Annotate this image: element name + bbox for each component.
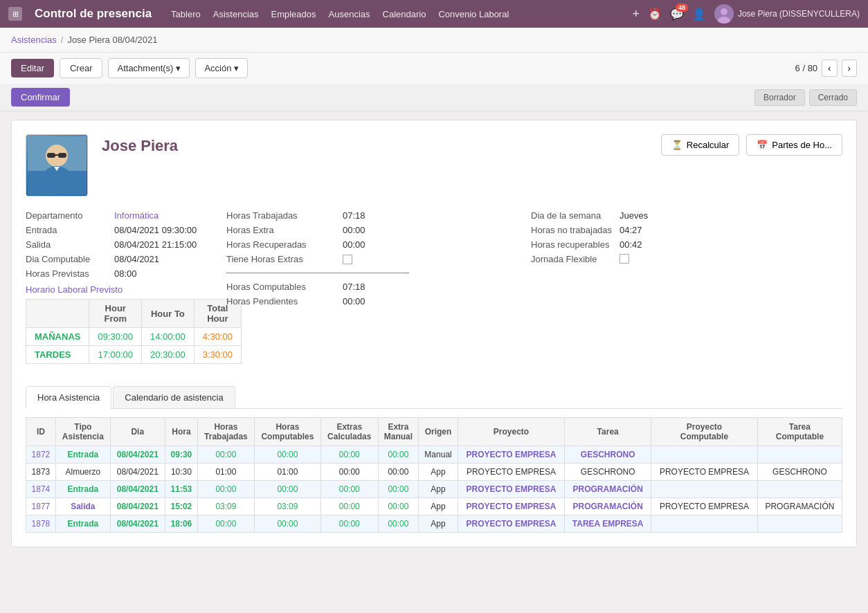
- salida-label: Salida: [26, 239, 109, 250]
- hourglass-icon: ⏳: [671, 140, 682, 150]
- td-tipo: Almuerzo: [55, 464, 110, 481]
- profile-actions: ⏳ Recalcular 📅 Partes de Ho...: [661, 134, 842, 156]
- td-id[interactable]: 1877: [26, 498, 56, 515]
- confirm-bar: Confirmar Borrador Cerrado: [0, 84, 868, 111]
- profile-photo: [26, 134, 88, 196]
- td-proyecto: PROYECTO EMPRESA: [458, 515, 564, 533]
- td-id: 1873: [26, 464, 56, 481]
- td-id[interactable]: 1874: [26, 481, 56, 498]
- td-horas-trabajadas: 03:09: [198, 498, 255, 515]
- td-proyecto-computable: PROYECTO EMPRESA: [651, 464, 758, 481]
- td-id[interactable]: 1872: [26, 446, 56, 464]
- departamento-value[interactable]: Informática: [114, 210, 159, 221]
- create-button[interactable]: Crear: [60, 58, 103, 78]
- pager-next-button[interactable]: ›: [842, 60, 857, 77]
- tab-hora-asistencia[interactable]: Hora Asistencia: [26, 386, 111, 409]
- user-name: Jose Piera (DISSENYCULLERA): [738, 9, 860, 19]
- td-tarea-computable: GESCHRONO: [757, 464, 842, 481]
- td-proyecto: PROYECTO EMPRESA: [458, 481, 564, 498]
- col-hour-from: Hour From: [89, 300, 142, 328]
- edit-button[interactable]: Editar: [11, 59, 54, 77]
- dia-semana-value: Jueves: [620, 210, 648, 221]
- td-horas-computables: 03:09: [254, 498, 320, 515]
- nav-asistencias[interactable]: Asistencias: [213, 9, 259, 19]
- horas-computables-row: Horas Computables 07:18: [226, 282, 531, 292]
- contacts-icon[interactable]: 👤: [692, 8, 706, 21]
- td-hora: 15:02: [165, 498, 197, 515]
- nav-empleados[interactable]: Empleados: [271, 9, 316, 19]
- svg-point-0: [721, 8, 727, 15]
- td-origen: App: [419, 515, 458, 533]
- td-extra-manual: 00:00: [378, 481, 419, 498]
- td-extras-calculadas: 00:00: [321, 515, 379, 533]
- td-proyecto-computable: [651, 481, 758, 498]
- notification-button[interactable]: 💬 48: [670, 8, 684, 21]
- horas-recuperadas-row: Horas Recuperadas 00:00: [226, 239, 531, 250]
- tab-calendario-asistencia[interactable]: Calendario de asistencia: [113, 386, 235, 408]
- breadcrumb-link[interactable]: Asistencias: [11, 35, 57, 45]
- horas-extra-value: 00:00: [343, 225, 365, 235]
- td-hora: 10:30: [165, 464, 197, 481]
- schedule-link[interactable]: Horario Laboral Previsto: [26, 284, 123, 295]
- td-extras-calculadas: 00:00: [321, 464, 379, 481]
- employee-info-section: Departamento Informática Entrada 08/04/2…: [26, 210, 219, 375]
- nav-tablero[interactable]: Tablero: [171, 9, 201, 19]
- schedule-to-tardes: 20:30:00: [142, 346, 195, 364]
- calendar-icon: 📅: [757, 140, 768, 150]
- app-icon: ⊞: [8, 7, 22, 21]
- departamento-label: Departamento: [26, 210, 109, 221]
- th-origen: Origen: [419, 418, 458, 446]
- td-extras-calculadas: 00:00: [321, 498, 379, 515]
- td-horas-trabajadas: 01:00: [198, 464, 255, 481]
- nav-items: Tablero Asistencias Empleados Ausencias …: [171, 9, 620, 19]
- horas-extra-label: Horas Extra: [226, 225, 337, 235]
- partes-button[interactable]: 📅 Partes de Ho...: [746, 134, 842, 156]
- user-info[interactable]: Jose Piera (DISSENYCULLERA): [714, 4, 860, 24]
- td-hora: 09:30: [165, 446, 197, 464]
- status-badges: Borrador Cerrado: [754, 89, 857, 106]
- th-extra-manual: ExtraManual: [378, 418, 419, 446]
- recalcular-label: Recalcular: [687, 140, 729, 150]
- th-proyecto: Proyecto: [458, 418, 564, 446]
- attachments-button[interactable]: Attachment(s) ▾: [108, 58, 190, 78]
- td-horas-trabajadas: 00:00: [198, 515, 255, 533]
- nav-ausencias[interactable]: Ausencias: [329, 9, 370, 19]
- schedule-label-tardes: TARDES: [26, 346, 89, 364]
- horas-divider: [226, 273, 409, 273]
- tiene-extras-checkbox[interactable]: [343, 255, 352, 264]
- td-hora: 11:53: [165, 481, 197, 498]
- dia-computable-row: Dia Computable 08/04/2021: [26, 254, 206, 264]
- breadcrumb-current: Jose Piera 08/04/2021: [67, 35, 157, 45]
- svg-rect-6: [58, 153, 66, 158]
- dia-semana-label: Dia de la semana: [531, 210, 614, 221]
- td-dia: 08/04/2021: [110, 446, 165, 464]
- partes-label: Partes de Ho...: [772, 140, 832, 150]
- th-dia: Dia: [110, 418, 165, 446]
- dia-computable-value: 08/04/2021: [114, 254, 159, 264]
- action-button[interactable]: Acción ▾: [195, 58, 248, 78]
- jornada-flexible-checkbox[interactable]: [620, 254, 629, 264]
- top-navigation: ⊞ Control de presencia Tablero Asistenci…: [0, 0, 868, 28]
- horas-pendientes-value: 00:00: [343, 296, 365, 306]
- main-content: Jose Piera ⏳ Recalcular 📅 Partes de Ho..…: [11, 120, 857, 547]
- notification-badge: 48: [676, 3, 688, 12]
- confirm-button[interactable]: Confirmar: [11, 88, 70, 107]
- recalcular-button[interactable]: ⏳ Recalcular: [661, 134, 739, 156]
- horas-section: Horas Trabajadas 07:18 Horas Extra 00:00…: [219, 210, 531, 375]
- td-tarea: PROGRAMACIÓN: [565, 481, 651, 498]
- horas-computables-value: 07:18: [343, 282, 365, 292]
- td-id[interactable]: 1878: [26, 515, 56, 533]
- td-dia: 08/04/2021: [110, 481, 165, 498]
- horas-extra-row: Horas Extra 00:00: [226, 225, 531, 235]
- clock-icon[interactable]: ⏰: [648, 8, 662, 21]
- horas-recuperadas-label: Horas Recuperadas: [226, 239, 337, 250]
- nav-calendario[interactable]: Calendario: [383, 9, 426, 19]
- horas-trabajadas-row: Horas Trabajadas 07:18: [226, 210, 531, 221]
- horas-no-trabajadas-label: Horas no trabajadas: [531, 225, 614, 235]
- pager-prev-button[interactable]: ‹: [822, 60, 837, 77]
- nav-convenio[interactable]: Convenio Laboral: [438, 9, 509, 19]
- add-button[interactable]: +: [632, 7, 640, 21]
- profile-header: Jose Piera ⏳ Recalcular 📅 Partes de Ho..…: [26, 134, 842, 196]
- schedule-table: Hour From Hour To Total Hour MAÑANAS 09:…: [26, 299, 242, 364]
- td-proyecto: PROYECTO EMPRESA: [458, 446, 564, 464]
